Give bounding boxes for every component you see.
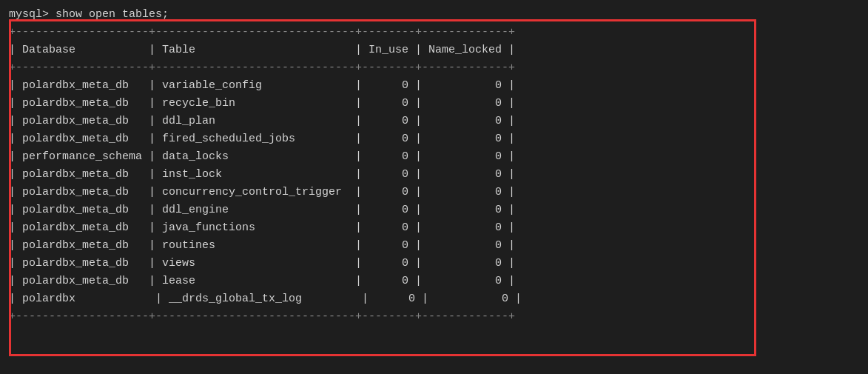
- table-row: | polardbx_meta_db | concurrency_control…: [9, 184, 859, 201]
- table-row: | polardbx_meta_db | recycle_bin | 0 | 0…: [9, 95, 859, 113]
- table-row: | polardbx_meta_db | variable_config | 0…: [9, 77, 859, 95]
- table-row: | polardbx_meta_db | views | 0 | 0 |: [9, 255, 859, 273]
- table-row: | polardbx_meta_db | routines | 0 | 0 |: [9, 237, 859, 255]
- terminal-content: mysql> show open tables; +--------------…: [9, 6, 859, 326]
- table-row: | polardbx_meta_db | ddl_plan | 0 | 0 |: [9, 113, 859, 130]
- table-row: | polardbx_meta_db | ddl_engine | 0 | 0 …: [9, 201, 859, 219]
- table-row: | polardbx_meta_db | java_functions | 0 …: [9, 219, 859, 237]
- separator-header: +--------------------+------------------…: [9, 59, 859, 77]
- table-row: | polardbx_meta_db | inst_lock | 0 | 0 |: [9, 166, 859, 184]
- table-row: | polardbx | __drds_global_tx_log | 0 | …: [9, 290, 859, 308]
- table-header: | Database | Table | In_use | Name_locke…: [9, 41, 859, 59]
- terminal-window: mysql> show open tables; +--------------…: [0, 0, 868, 374]
- table-row: | performance_schema | data_locks | 0 | …: [9, 148, 859, 166]
- separator-bottom: +--------------------+------------------…: [9, 308, 859, 326]
- table-row: | polardbx_meta_db | lease | 0 | 0 |: [9, 273, 859, 290]
- prompt-line: mysql> show open tables;: [9, 6, 859, 24]
- table-rows: | polardbx_meta_db | variable_config | 0…: [9, 77, 859, 308]
- separator-top: +--------------------+------------------…: [9, 24, 859, 41]
- table-row: | polardbx_meta_db | fired_scheduled_job…: [9, 130, 859, 148]
